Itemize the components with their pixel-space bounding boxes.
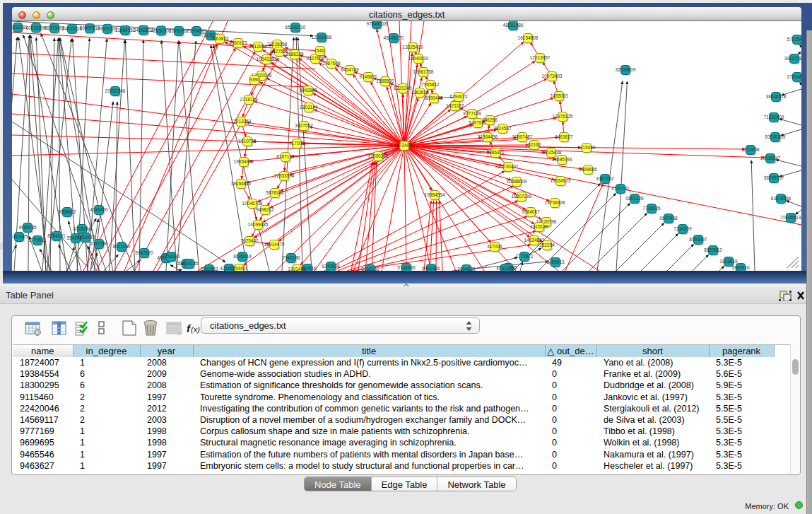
svg-text:19300275: 19300275	[368, 153, 389, 158]
svg-text:1991445: 1991445	[288, 267, 306, 271]
svg-text:12353594: 12353594	[274, 173, 295, 178]
svg-text:45146270: 45146270	[384, 35, 404, 40]
svg-text:2602563: 2602563	[200, 267, 218, 271]
svg-text:19654982: 19654982	[234, 159, 254, 164]
svg-text:10046708: 10046708	[242, 201, 263, 206]
svg-text:9353487: 9353487	[76, 235, 95, 240]
svg-text:39117182: 39117182	[784, 56, 801, 61]
svg-text:57015430: 57015430	[787, 37, 801, 42]
svg-text:1621022: 1621022	[446, 103, 464, 108]
svg-text:13654923: 13654923	[551, 178, 571, 183]
svg-text:16961758: 16961758	[413, 69, 434, 74]
svg-text:0801326: 0801326	[625, 196, 644, 201]
svg-text:10807487: 10807487	[512, 134, 533, 139]
svg-text:1913619: 1913619	[719, 259, 738, 264]
svg-text:7485003: 7485003	[550, 93, 568, 98]
svg-text:19166852: 19166852	[231, 181, 252, 186]
svg-text:63116566: 63116566	[771, 196, 792, 201]
svg-text:1010755: 1010755	[238, 139, 257, 144]
svg-text:4118244: 4118244	[73, 226, 91, 231]
svg-text:18807299: 18807299	[512, 194, 532, 199]
svg-text:2967608: 2967608	[322, 61, 341, 66]
svg-text:15720407: 15720407	[498, 164, 519, 169]
svg-text:8267130: 8267130	[276, 154, 295, 159]
svg-text:8660123: 8660123	[229, 40, 247, 45]
svg-text:3213958: 3213958	[741, 147, 760, 152]
svg-text:7736026: 7736026	[642, 206, 661, 211]
svg-text:12975125: 12975125	[553, 114, 573, 119]
svg-text:9842848: 9842848	[299, 88, 317, 93]
svg-text:38299737: 38299737	[764, 175, 784, 180]
svg-text:7254401: 7254401	[230, 266, 248, 271]
svg-text:5148465: 5148465	[397, 265, 416, 270]
svg-text:9463627: 9463627	[555, 134, 573, 139]
svg-text:2803144: 2803144	[300, 105, 318, 110]
svg-text:13164752: 13164752	[115, 28, 136, 33]
svg-text:18724007: 18724007	[394, 143, 415, 148]
svg-text:83930103: 83930103	[765, 134, 786, 139]
svg-text:7773872: 7773872	[515, 254, 534, 259]
svg-text:19756928: 19756928	[545, 200, 565, 205]
svg-text:3824567: 3824567	[493, 126, 512, 131]
svg-text:8454749: 8454749	[341, 67, 359, 72]
svg-text:1615132: 1615132	[530, 224, 548, 229]
svg-text:7955812: 7955812	[421, 82, 440, 87]
svg-text:4016400: 4016400	[90, 207, 108, 212]
svg-text:14495794: 14495794	[552, 157, 572, 162]
svg-text:3990916: 3990916	[731, 265, 750, 270]
svg-text:9985435: 9985435	[18, 225, 37, 230]
svg-text:3912954: 3912954	[249, 44, 267, 49]
svg-text:3462475: 3462475	[12, 234, 28, 239]
svg-text:3654145: 3654145	[180, 261, 199, 266]
svg-text:13325419: 13325419	[403, 45, 423, 49]
svg-text:9808412: 9808412	[58, 209, 76, 214]
svg-text:16914479: 16914479	[264, 242, 285, 247]
svg-text:2718129: 2718129	[240, 97, 258, 102]
svg-text:9146821: 9146821	[359, 74, 377, 79]
svg-text:1489513: 1489513	[546, 259, 565, 264]
svg-text:21364436: 21364436	[478, 134, 498, 139]
svg-text:252254: 252254	[539, 243, 555, 247]
svg-text:38346578: 38346578	[766, 94, 787, 99]
svg-text:8990448: 8990448	[425, 95, 443, 100]
svg-text:6482366: 6482366	[422, 266, 440, 271]
svg-text:16154808: 16154808	[518, 35, 539, 40]
svg-text:8220346: 8220346	[394, 86, 412, 90]
svg-text:1588520: 1588520	[376, 78, 394, 83]
svg-text:10543382: 10543382	[257, 57, 277, 62]
svg-text:9115460: 9115460	[578, 145, 596, 150]
svg-text:32528809: 32528809	[616, 67, 636, 72]
svg-text:417006: 417006	[487, 244, 502, 249]
svg-text:8384251: 8384251	[47, 233, 66, 238]
svg-text:00133890: 00133890	[26, 25, 47, 30]
svg-text:5878342: 5878342	[266, 190, 284, 195]
svg-text:9340608: 9340608	[322, 264, 340, 269]
svg-text:8011280: 8011280	[113, 244, 131, 249]
svg-text:8356159: 8356159	[361, 267, 379, 271]
svg-text:5242786: 5242786	[90, 241, 108, 246]
svg-text:14099485: 14099485	[248, 222, 269, 227]
svg-text:10518347: 10518347	[760, 156, 781, 160]
svg-text:12269166: 12269166	[312, 35, 332, 40]
svg-text:70106513: 70106513	[781, 215, 801, 220]
svg-text:9899695: 9899695	[579, 167, 597, 172]
svg-text:8050097: 8050097	[689, 237, 707, 242]
svg-text:5982620: 5982620	[135, 250, 153, 255]
svg-text:746266: 746266	[482, 117, 498, 122]
svg-text:12213363: 12213363	[231, 119, 252, 124]
svg-text:27824896: 27824896	[787, 74, 801, 79]
svg-text:7663822: 7663822	[211, 36, 229, 41]
svg-text:10688609: 10688609	[507, 179, 527, 184]
svg-text:7625402: 7625402	[240, 238, 259, 243]
svg-text:3387262: 3387262	[596, 176, 614, 181]
svg-text:0647468: 0647468	[659, 216, 678, 221]
svg-text:(x): (x)	[191, 325, 200, 334]
svg-text:417006: 417006	[289, 141, 305, 146]
svg-text:8186328: 8186328	[286, 52, 304, 57]
svg-text:8820812: 8820812	[704, 247, 722, 252]
svg-text:12213957: 12213957	[530, 55, 551, 60]
svg-text:14524851: 14524851	[524, 238, 545, 243]
svg-text:48281489: 48281489	[503, 23, 524, 28]
svg-text:8685014: 8685014	[233, 254, 252, 259]
svg-text:20053346: 20053346	[105, 88, 126, 93]
